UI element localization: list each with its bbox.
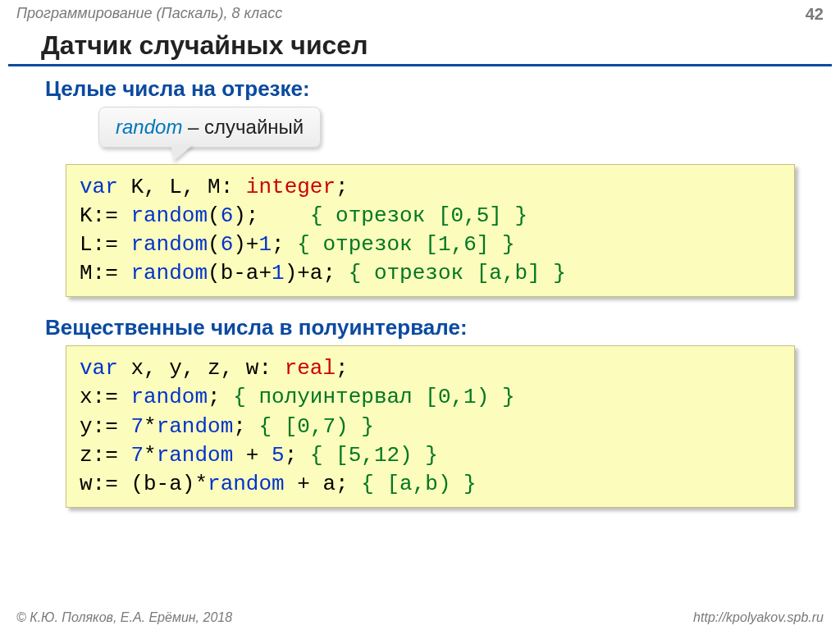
callout-tail bbox=[166, 144, 193, 161]
code-block-2: var x, y, z, w: real; x:= random; { полу… bbox=[66, 345, 795, 507]
code-token: M:= bbox=[80, 261, 118, 285]
callout-meaning: случайный bbox=[204, 116, 304, 138]
code-token: 6 bbox=[221, 203, 234, 228]
callout-container: random – случайный bbox=[0, 107, 840, 164]
code-token: { отрезок [0,5] } bbox=[310, 203, 527, 228]
code-token: random bbox=[118, 385, 208, 409]
code-token: z:= bbox=[80, 443, 118, 468]
code-token: ( bbox=[208, 203, 221, 228]
code-token: ; bbox=[336, 175, 349, 199]
footer: © К.Ю. Поляков, Е.А. Ерёмин, 2018 http:/… bbox=[0, 610, 840, 625]
code-token: K:= bbox=[80, 203, 118, 228]
code-token: ; bbox=[233, 414, 258, 439]
copyright: © К.Ю. Поляков, Е.А. Ерёмин, 2018 bbox=[16, 610, 232, 625]
callout-sep: – bbox=[182, 116, 204, 138]
code-token: * bbox=[144, 414, 157, 439]
top-bar: Программирование (Паскаль), 8 класс 42 bbox=[0, 0, 840, 24]
code-token: { отрезок [1,6] } bbox=[297, 232, 514, 257]
code-token: )+a; bbox=[285, 261, 349, 285]
code-token: ; bbox=[272, 232, 297, 257]
code-token: 7 bbox=[118, 443, 144, 468]
code-token: real bbox=[285, 356, 336, 381]
code-token: ); bbox=[233, 203, 310, 228]
course-label: Программирование (Паскаль), 8 класс bbox=[16, 5, 282, 24]
code-token: K, L, M: bbox=[118, 175, 246, 199]
code-token: random bbox=[208, 472, 285, 496]
code-token: 1 bbox=[272, 261, 285, 285]
callout-bubble: random – случайный bbox=[98, 107, 321, 148]
code-token: integer bbox=[246, 175, 336, 199]
code-token: 1 bbox=[258, 232, 272, 257]
code-token: w:= bbox=[80, 472, 118, 496]
code-token: ( bbox=[208, 232, 221, 257]
page-number: 42 bbox=[806, 5, 824, 24]
code-token: 7 bbox=[118, 414, 144, 439]
code-token: var bbox=[80, 175, 118, 199]
code-block-1: var K, L, M: integer; K:= random(6); { о… bbox=[66, 164, 795, 297]
code-token: random bbox=[118, 203, 208, 228]
section2-heading: Вещественные числа в полуинтервале: bbox=[0, 305, 840, 345]
code-token: ; bbox=[285, 443, 310, 468]
code-token: x:= bbox=[80, 385, 118, 409]
code-token: { [5,12) } bbox=[310, 443, 438, 468]
code-token: 6 bbox=[221, 232, 234, 257]
code-token: L:= bbox=[80, 232, 118, 257]
code-token: ; bbox=[208, 385, 233, 409]
page-title: Датчик случайных чисел bbox=[8, 24, 832, 66]
code-token: { полуинтервал [0,1) } bbox=[233, 385, 514, 409]
code-token: 5 bbox=[272, 443, 285, 468]
callout-word: random bbox=[116, 116, 182, 138]
code-token: y:= bbox=[80, 414, 118, 439]
code-token: )+ bbox=[233, 232, 258, 257]
code-token: * bbox=[144, 443, 157, 468]
code-token: { отрезок [a,b] } bbox=[349, 261, 566, 285]
code-token: var bbox=[80, 356, 118, 381]
code-token: random bbox=[118, 261, 208, 285]
source-url: http://kpolyakov.spb.ru bbox=[693, 610, 824, 625]
code-token: (b-a+ bbox=[208, 261, 272, 285]
code-token: (b-a)* bbox=[118, 472, 208, 496]
code-token: random bbox=[118, 232, 208, 257]
code-token: random bbox=[157, 443, 234, 468]
code-token: { [0,7) } bbox=[258, 414, 373, 439]
code-token: { [a,b) } bbox=[361, 472, 476, 496]
code-token: x, y, z, w: bbox=[118, 356, 285, 381]
code-token: ; bbox=[336, 356, 349, 381]
code-token: random bbox=[157, 414, 234, 439]
code-token: + a; bbox=[285, 472, 362, 496]
code-token: + bbox=[233, 443, 272, 468]
section1-heading: Целые числа на отрезке: bbox=[0, 66, 840, 107]
